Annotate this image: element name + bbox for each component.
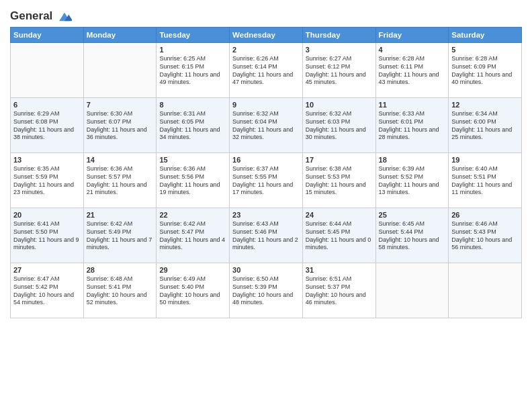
day-number: 1 [159,45,226,55]
calendar-cell [83,42,157,97]
calendar-cell: 6Sunrise: 6:29 AM Sunset: 6:08 PM Daylig… [11,97,84,152]
calendar-cell: 3Sunrise: 6:27 AM Sunset: 6:12 PM Daylig… [302,42,375,97]
cell-info: Sunrise: 6:47 AM Sunset: 5:42 PM Dayligh… [13,275,81,307]
cell-info: Sunrise: 6:41 AM Sunset: 5:50 PM Dayligh… [13,220,81,252]
calendar-cell: 31Sunrise: 6:51 AM Sunset: 5:37 PM Dayli… [302,263,375,318]
day-number: 31 [306,265,373,275]
day-number: 30 [232,265,300,275]
weekday-header-monday: Monday [83,27,157,42]
page: { "header": { "logo_line1": "General", "… [0,0,532,411]
calendar-cell: 2Sunrise: 6:26 AM Sunset: 6:14 PM Daylig… [230,42,303,97]
cell-info: Sunrise: 6:26 AM Sunset: 6:14 PM Dayligh… [232,55,300,87]
calendar-cell: 21Sunrise: 6:42 AM Sunset: 5:49 PM Dayli… [83,208,157,263]
cell-info: Sunrise: 6:25 AM Sunset: 6:15 PM Dayligh… [159,55,226,87]
weekday-header-wednesday: Wednesday [230,27,303,42]
day-number: 26 [451,210,519,220]
day-number: 15 [159,155,226,165]
day-number: 17 [306,155,373,165]
day-number: 29 [159,265,226,275]
weekday-header-thursday: Thursday [302,27,375,42]
cell-info: Sunrise: 6:42 AM Sunset: 5:49 PM Dayligh… [87,220,154,252]
day-number: 19 [451,155,519,165]
cell-info: Sunrise: 6:39 AM Sunset: 5:52 PM Dayligh… [379,165,446,197]
logo: General [10,7,72,23]
calendar-cell: 27Sunrise: 6:47 AM Sunset: 5:42 PM Dayli… [11,263,84,318]
calendar-cell [375,263,449,318]
calendar-cell: 20Sunrise: 6:41 AM Sunset: 5:50 PM Dayli… [11,208,84,263]
cell-info: Sunrise: 6:27 AM Sunset: 6:12 PM Dayligh… [306,55,373,87]
day-number: 14 [87,155,154,165]
calendar-cell [11,42,84,97]
calendar-week-5: 27Sunrise: 6:47 AM Sunset: 5:42 PM Dayli… [11,263,522,318]
header: General [10,7,522,23]
calendar-cell: 5Sunrise: 6:28 AM Sunset: 6:09 PM Daylig… [449,42,522,97]
day-number: 5 [451,45,519,55]
cell-info: Sunrise: 6:37 AM Sunset: 5:55 PM Dayligh… [232,165,300,197]
cell-info: Sunrise: 6:49 AM Sunset: 5:40 PM Dayligh… [159,275,226,307]
calendar-week-2: 6Sunrise: 6:29 AM Sunset: 6:08 PM Daylig… [11,97,522,152]
day-number: 8 [159,100,226,110]
calendar-cell: 19Sunrise: 6:40 AM Sunset: 5:51 PM Dayli… [449,152,522,208]
cell-info: Sunrise: 6:42 AM Sunset: 5:47 PM Dayligh… [159,220,226,252]
calendar-cell: 4Sunrise: 6:28 AM Sunset: 6:11 PM Daylig… [375,42,449,97]
calendar-cell: 29Sunrise: 6:49 AM Sunset: 5:40 PM Dayli… [157,263,230,318]
cell-info: Sunrise: 6:32 AM Sunset: 6:03 PM Dayligh… [306,110,373,142]
calendar-cell: 28Sunrise: 6:48 AM Sunset: 5:41 PM Dayli… [83,263,157,318]
calendar-week-4: 20Sunrise: 6:41 AM Sunset: 5:50 PM Dayli… [11,208,522,263]
day-number: 7 [87,100,154,110]
calendar-cell: 30Sunrise: 6:50 AM Sunset: 5:39 PM Dayli… [230,263,303,318]
day-number: 12 [451,100,519,110]
day-number: 4 [379,45,446,55]
weekday-header-sunday: Sunday [11,27,84,42]
cell-info: Sunrise: 6:35 AM Sunset: 5:59 PM Dayligh… [13,165,81,197]
calendar-cell: 9Sunrise: 6:32 AM Sunset: 6:04 PM Daylig… [230,97,303,152]
calendar-cell: 13Sunrise: 6:35 AM Sunset: 5:59 PM Dayli… [11,152,84,208]
cell-info: Sunrise: 6:51 AM Sunset: 5:37 PM Dayligh… [306,275,373,307]
logo-line1: General [10,9,72,23]
day-number: 16 [232,155,300,165]
cell-info: Sunrise: 6:31 AM Sunset: 6:05 PM Dayligh… [159,110,226,142]
cell-info: Sunrise: 6:28 AM Sunset: 6:09 PM Dayligh… [451,55,519,87]
day-number: 24 [306,210,373,220]
calendar-cell: 15Sunrise: 6:36 AM Sunset: 5:56 PM Dayli… [157,152,230,208]
cell-info: Sunrise: 6:29 AM Sunset: 6:08 PM Dayligh… [13,110,81,142]
weekday-header-tuesday: Tuesday [157,27,230,42]
cell-info: Sunrise: 6:36 AM Sunset: 5:57 PM Dayligh… [87,165,154,197]
day-number: 6 [13,100,81,110]
calendar-body: 1Sunrise: 6:25 AM Sunset: 6:15 PM Daylig… [11,42,522,318]
day-number: 18 [379,155,446,165]
weekday-header-friday: Friday [375,27,449,42]
cell-info: Sunrise: 6:28 AM Sunset: 6:11 PM Dayligh… [379,55,446,87]
cell-info: Sunrise: 6:43 AM Sunset: 5:46 PM Dayligh… [232,220,300,252]
day-number: 11 [379,100,446,110]
calendar-cell: 11Sunrise: 6:33 AM Sunset: 6:01 PM Dayli… [375,97,449,152]
day-number: 25 [379,210,446,220]
cell-info: Sunrise: 6:34 AM Sunset: 6:00 PM Dayligh… [451,110,519,142]
cell-info: Sunrise: 6:46 AM Sunset: 5:43 PM Dayligh… [451,220,519,252]
calendar-cell: 18Sunrise: 6:39 AM Sunset: 5:52 PM Dayli… [375,152,449,208]
calendar-cell: 16Sunrise: 6:37 AM Sunset: 5:55 PM Dayli… [230,152,303,208]
day-number: 27 [13,265,81,275]
calendar-table: SundayMondayTuesdayWednesdayThursdayFrid… [10,27,522,318]
calendar-cell: 24Sunrise: 6:44 AM Sunset: 5:45 PM Dayli… [302,208,375,263]
cell-info: Sunrise: 6:48 AM Sunset: 5:41 PM Dayligh… [87,275,154,307]
calendar-cell: 23Sunrise: 6:43 AM Sunset: 5:46 PM Dayli… [230,208,303,263]
cell-info: Sunrise: 6:50 AM Sunset: 5:39 PM Dayligh… [232,275,300,307]
cell-info: Sunrise: 6:33 AM Sunset: 6:01 PM Dayligh… [379,110,446,142]
day-number: 22 [159,210,226,220]
calendar-cell: 17Sunrise: 6:38 AM Sunset: 5:53 PM Dayli… [302,152,375,208]
day-number: 10 [306,100,373,110]
cell-info: Sunrise: 6:45 AM Sunset: 5:44 PM Dayligh… [379,220,446,252]
cell-info: Sunrise: 6:32 AM Sunset: 6:04 PM Dayligh… [232,110,300,142]
calendar-cell: 25Sunrise: 6:45 AM Sunset: 5:44 PM Dayli… [375,208,449,263]
day-number: 13 [13,155,81,165]
day-number: 9 [232,100,300,110]
day-number: 21 [87,210,154,220]
cell-info: Sunrise: 6:30 AM Sunset: 6:07 PM Dayligh… [87,110,154,142]
calendar-cell: 1Sunrise: 6:25 AM Sunset: 6:15 PM Daylig… [157,42,230,97]
calendar-week-1: 1Sunrise: 6:25 AM Sunset: 6:15 PM Daylig… [11,42,522,97]
weekday-header-row: SundayMondayTuesdayWednesdayThursdayFrid… [11,27,522,42]
calendar-cell: 22Sunrise: 6:42 AM Sunset: 5:47 PM Dayli… [157,208,230,263]
cell-info: Sunrise: 6:38 AM Sunset: 5:53 PM Dayligh… [306,165,373,197]
cell-info: Sunrise: 6:36 AM Sunset: 5:56 PM Dayligh… [159,165,226,197]
